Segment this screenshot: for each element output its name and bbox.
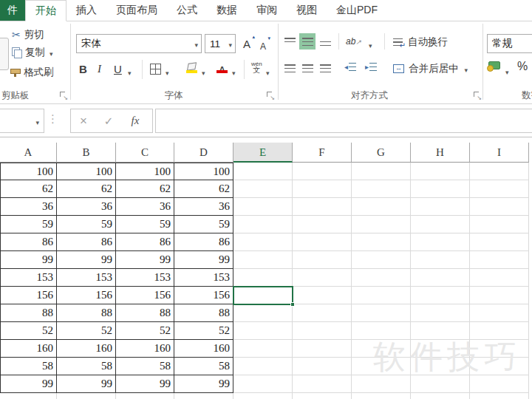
- grid-cell[interactable]: [293, 358, 352, 375]
- ribbon-tab[interactable]: 公式: [167, 0, 207, 21]
- column-header[interactable]: A: [0, 143, 57, 163]
- align-bottom-button[interactable]: [317, 33, 333, 50]
- grid-cell[interactable]: 88: [57, 304, 116, 322]
- grid-cell[interactable]: 99: [57, 375, 116, 393]
- phonetic-guide-button[interactable]: wén 文: [251, 61, 262, 73]
- grid-cell[interactable]: 100: [174, 163, 233, 180]
- number-format-combo[interactable]: 常规: [487, 34, 532, 53]
- grid-cell[interactable]: [470, 163, 529, 180]
- ribbon-tab[interactable]: 页面布局: [106, 0, 167, 21]
- formula-input[interactable]: [155, 109, 532, 133]
- grid-cell[interactable]: [233, 163, 293, 180]
- grid-cell[interactable]: 62: [116, 180, 174, 198]
- grid-cell[interactable]: [352, 198, 411, 216]
- grid-cell[interactable]: 62: [57, 180, 116, 198]
- grid-cell[interactable]: [293, 251, 352, 269]
- font-color-icon[interactable]: [216, 63, 228, 73]
- grid-cell[interactable]: [470, 251, 529, 269]
- fill-handle[interactable]: [290, 302, 295, 307]
- column-header[interactable]: D: [174, 143, 233, 163]
- column-header[interactable]: H: [411, 143, 470, 163]
- decrease-font-size-button[interactable]: [260, 39, 266, 52]
- grid-cell[interactable]: [233, 304, 293, 322]
- column-header[interactable]: B: [57, 143, 116, 163]
- grid-cell[interactable]: 59: [57, 216, 116, 233]
- grid-cell[interactable]: [233, 393, 293, 399]
- grid-cell[interactable]: [411, 269, 470, 287]
- grid-cell[interactable]: 153: [174, 269, 233, 287]
- grid-cell[interactable]: [293, 393, 352, 399]
- grid-cell[interactable]: 52: [57, 322, 116, 340]
- grid-cell[interactable]: [233, 375, 293, 393]
- grid-cell[interactable]: [233, 340, 293, 358]
- grid-cell[interactable]: 156: [57, 287, 116, 304]
- column-header[interactable]: C: [116, 143, 174, 163]
- grid-cell[interactable]: [293, 269, 352, 287]
- increase-indent-icon[interactable]: [365, 63, 377, 71]
- grid-cell[interactable]: 88: [0, 304, 57, 322]
- grid-cell[interactable]: 86: [174, 233, 233, 251]
- grid-cell[interactable]: 160: [116, 340, 174, 358]
- accounting-format-icon[interactable]: [488, 61, 500, 69]
- chevron-down-icon[interactable]: [166, 65, 169, 78]
- grid-cell[interactable]: 36: [0, 198, 57, 216]
- chevron-down-icon[interactable]: [202, 65, 205, 78]
- grid-cell[interactable]: [352, 163, 411, 180]
- enter-icon[interactable]: ✓: [96, 115, 121, 128]
- decrease-indent-icon[interactable]: [344, 63, 356, 71]
- grid-cell[interactable]: [352, 216, 411, 233]
- grid-cell[interactable]: [233, 216, 293, 233]
- grid-cell[interactable]: 160: [57, 340, 116, 358]
- grid-cell[interactable]: [470, 269, 529, 287]
- grid-cell[interactable]: 62: [174, 180, 233, 198]
- grid-cell[interactable]: [411, 251, 470, 269]
- grid-cell[interactable]: [352, 393, 411, 399]
- grid-cell[interactable]: 59: [116, 216, 174, 233]
- bold-button[interactable]: B: [79, 63, 87, 75]
- selected-cell-outline[interactable]: [233, 286, 293, 305]
- grid-cell[interactable]: 153: [0, 269, 57, 287]
- grid-cell[interactable]: 100: [0, 163, 57, 180]
- grid-cell[interactable]: [470, 287, 529, 304]
- grid-cell[interactable]: 100: [57, 163, 116, 180]
- grid-cell[interactable]: [233, 180, 293, 198]
- grid-cell[interactable]: 153: [57, 269, 116, 287]
- grid-cell[interactable]: [470, 216, 529, 233]
- column-header[interactable]: G: [352, 143, 411, 163]
- font-size-combo[interactable]: 11: [205, 34, 236, 53]
- grid-cell[interactable]: [233, 251, 293, 269]
- grid-cell[interactable]: [0, 393, 57, 399]
- grid-cell[interactable]: 88: [174, 304, 233, 322]
- grid-cell[interactable]: [470, 304, 529, 322]
- grid-cell[interactable]: [293, 180, 352, 198]
- chevron-down-icon[interactable]: [232, 65, 236, 78]
- grid-cell[interactable]: [116, 393, 174, 399]
- grid-cell[interactable]: [352, 287, 411, 304]
- increase-font-size-button[interactable]: [243, 38, 250, 51]
- grid-cell[interactable]: [293, 198, 352, 216]
- grid-cell[interactable]: 52: [174, 322, 233, 340]
- copy-button[interactable]: 复制: [12, 46, 53, 59]
- ribbon-tab[interactable]: 插入: [66, 0, 106, 21]
- grid-cell[interactable]: 59: [0, 216, 57, 233]
- ribbon-tab[interactable]: 审阅: [247, 0, 287, 21]
- grid-cell[interactable]: [293, 216, 352, 233]
- column-header[interactable]: F: [293, 143, 352, 163]
- grid-cell[interactable]: 156: [0, 287, 57, 304]
- grid-cell[interactable]: [352, 304, 411, 322]
- grid-cell[interactable]: 99: [0, 375, 57, 393]
- chevron-down-icon[interactable]: [266, 65, 270, 78]
- grid-cell[interactable]: [233, 322, 293, 340]
- formula-bar-drag-dots[interactable]: ⋮: [47, 112, 58, 126]
- wrap-text-button[interactable]: 自动换行: [393, 35, 448, 49]
- grid-cell[interactable]: [352, 251, 411, 269]
- align-right-button[interactable]: [317, 60, 333, 76]
- ribbon-tab[interactable]: 开始: [25, 0, 66, 21]
- grid-cell[interactable]: [470, 180, 529, 198]
- borders-icon[interactable]: [150, 64, 161, 75]
- orientation-icon[interactable]: ab: [346, 36, 361, 47]
- grid-cell[interactable]: 99: [57, 251, 116, 269]
- grid-cell[interactable]: 99: [116, 375, 174, 393]
- grid-cell[interactable]: 58: [57, 358, 116, 375]
- merge-center-button[interactable]: 合并后居中: [393, 62, 468, 75]
